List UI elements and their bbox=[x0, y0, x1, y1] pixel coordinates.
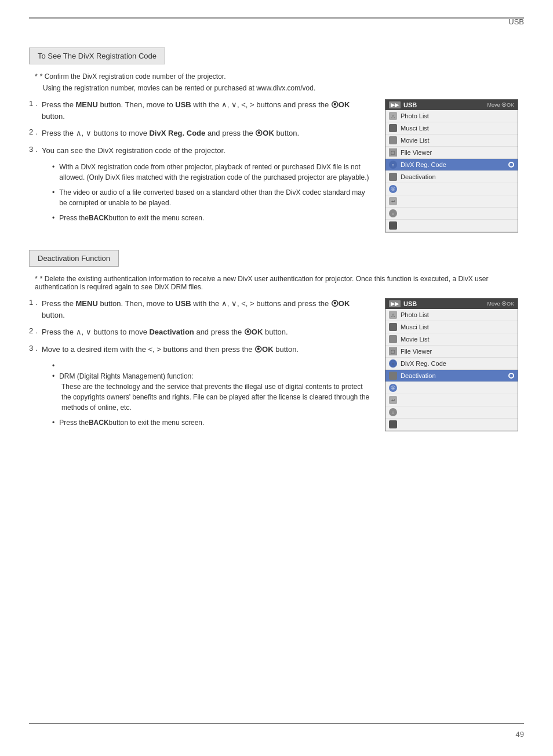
selected-dot-reg bbox=[508, 162, 514, 168]
section1-bullets: With a DivX registration code from other… bbox=[52, 162, 373, 223]
menu-item-photo-reg: △ Photo List bbox=[385, 110, 518, 122]
step2-reg: 2 . Press the ∧, ∨ buttons to move DivX … bbox=[29, 128, 373, 139]
section1-steps: 1 . Press the MENU button. Then, move to… bbox=[29, 99, 373, 232]
usb-menu-reg-controls: Move ⦿OK bbox=[487, 102, 514, 108]
section-divx-reg: To See The DivX Registration Code ** Con… bbox=[29, 48, 524, 232]
extra1-icon-reg: ① bbox=[389, 185, 397, 193]
step3-reg-text: You can see the DivX registration code o… bbox=[42, 145, 373, 157]
music-icon-reg bbox=[389, 124, 397, 132]
movie-icon-deact bbox=[389, 335, 397, 343]
note-cont-reg: Using the registration number, movies ca… bbox=[29, 84, 524, 92]
photo-icon-deact: △ bbox=[389, 311, 397, 319]
menu-item-extra2-reg: ↩ bbox=[385, 195, 518, 208]
extra2-icon-deact: ↩ bbox=[389, 396, 397, 404]
menu-item-movie-deact: Movie List bbox=[385, 333, 518, 346]
extra2-icon-reg: ↩ bbox=[389, 197, 397, 205]
step3-reg: 3 . You can see the DivX registration co… bbox=[29, 145, 373, 157]
deact-icon-deact bbox=[389, 372, 397, 380]
step1-deact-text: Press the MENU button. Then, move to USB… bbox=[42, 298, 373, 321]
menu-item-movie-reg: Movie List bbox=[385, 135, 518, 147]
menu-item-extra1-deact: ① bbox=[385, 382, 518, 394]
menu-item-music-deact: Musci List bbox=[385, 321, 518, 333]
section-heading-divx-reg: To See The DivX Registration Code bbox=[29, 48, 165, 64]
usb-menu-deact-header: ▶▶ USB Move ⦿OK bbox=[385, 299, 518, 309]
extra3-icon-reg: ○ bbox=[389, 209, 397, 217]
menu-item-file-deact: ▢ File Viewer bbox=[385, 346, 518, 358]
usb-menu-deact-controls: Move ⦿OK bbox=[487, 301, 514, 307]
menu-item-file-reg: ▢ File Viewer bbox=[385, 147, 518, 159]
menu-item-extra4-deact: ▬ bbox=[385, 419, 518, 431]
section2-content-row: 1 . Press the MENU button. Then, move to… bbox=[29, 298, 524, 432]
menu-item-deact-deact: Deactivation bbox=[385, 370, 518, 382]
note-star-reg: ** Confirm the DivX registration code nu… bbox=[29, 72, 524, 81]
extra4-icon-deact: ▬ bbox=[389, 420, 397, 428]
movie-icon-reg bbox=[389, 136, 397, 144]
extra4-icon-reg: ▬ bbox=[389, 221, 397, 230]
divx-icon-deact: ○ bbox=[389, 359, 397, 368]
selected-dot-deact bbox=[508, 373, 514, 379]
section-heading-deactivation: Deactivation Function bbox=[29, 250, 119, 267]
step1-reg-num: 1 . bbox=[29, 99, 42, 108]
usb-icon-reg: ▶▶ bbox=[389, 101, 401, 108]
page-section-label: USB bbox=[508, 17, 524, 26]
step1-deact: 1 . Press the MENU button. Then, move to… bbox=[29, 298, 373, 321]
step2-reg-text: Press the ∧, ∨ buttons to move DivX Reg.… bbox=[42, 128, 373, 139]
step2-deact: 2 . Press the ∧, ∨ buttons to move Deact… bbox=[29, 326, 373, 338]
step2-deact-num: 2 . bbox=[29, 326, 42, 335]
section2-bullets: • DRM (Digital Rights Management) functi… bbox=[52, 361, 373, 428]
step3-deact-num: 3 . bbox=[29, 344, 42, 352]
divx-icon-reg: ○ bbox=[389, 161, 397, 169]
page-container: USB To See The DivX Registration Code **… bbox=[0, 0, 553, 756]
extra3-icon-deact: ○ bbox=[389, 408, 397, 416]
step3-deact: 3 . Move to a desired item with the <, >… bbox=[29, 344, 373, 355]
menu-item-divxcode-reg: ○ DivX Reg. Code bbox=[385, 159, 518, 171]
section-deactivation: Deactivation Function ** Delete the exis… bbox=[29, 250, 524, 432]
usb-menu-reg-title: ▶▶ USB bbox=[389, 101, 417, 108]
file-icon-deact: ▢ bbox=[389, 347, 397, 355]
bullet2-deact: Press the BACK button to exit the menu s… bbox=[52, 417, 373, 428]
usb-menu-reg: ▶▶ USB Move ⦿OK △ Photo List Musci List bbox=[385, 99, 518, 232]
menu-item-photo-deact: △ Photo List bbox=[385, 309, 518, 321]
menu-item-divxcode-deact: ○ DivX Reg. Code bbox=[385, 358, 518, 370]
bullet1-reg: With a DivX registration code from other… bbox=[52, 162, 373, 183]
music-icon-deact bbox=[389, 323, 397, 331]
menu-item-deact-reg: Deactivation bbox=[385, 171, 518, 183]
page-number: 49 bbox=[516, 730, 524, 739]
menu-item-extra4-reg: ▬ bbox=[385, 220, 518, 232]
step1-deact-num: 1 . bbox=[29, 298, 42, 307]
step1-reg-text: Press the MENU button. Then, move to USB… bbox=[42, 99, 373, 122]
section1-menu-image: ▶▶ USB Move ⦿OK △ Photo List Musci List bbox=[385, 99, 524, 232]
usb-menu-deact-title: ▶▶ USB bbox=[389, 300, 417, 307]
usb-icon-deact: ▶▶ bbox=[389, 300, 401, 307]
menu-item-extra2-deact: ↩ bbox=[385, 394, 518, 406]
step3-deact-text: Move to a desired item with the <, > but… bbox=[42, 344, 373, 355]
file-icon-reg: ▢ bbox=[389, 148, 397, 157]
bullet2-reg: The video or audio of a file converted b… bbox=[52, 187, 373, 208]
note-star-deact: ** Delete the existing authentication in… bbox=[29, 275, 524, 291]
top-rule bbox=[29, 17, 524, 19]
bottom-rule bbox=[29, 723, 524, 724]
bullet1-deact: • DRM (Digital Rights Management) functi… bbox=[52, 361, 373, 413]
section2-menu-image: ▶▶ USB Move ⦿OK △ Photo List Musci List bbox=[385, 298, 524, 432]
menu-item-music-reg: Musci List bbox=[385, 122, 518, 135]
bullet3-reg: Press the BACK button to exit the menu s… bbox=[52, 213, 373, 223]
step3-reg-num: 3 . bbox=[29, 145, 42, 154]
extra1-icon-deact: ① bbox=[389, 384, 397, 392]
usb-menu-deact: ▶▶ USB Move ⦿OK △ Photo List Musci List bbox=[385, 298, 518, 431]
step2-reg-num: 2 . bbox=[29, 128, 42, 136]
section2-steps: 1 . Press the MENU button. Then, move to… bbox=[29, 298, 373, 432]
step2-deact-text: Press the ∧, ∨ buttons to move Deactivat… bbox=[42, 326, 373, 338]
section1-content-row: 1 . Press the MENU button. Then, move to… bbox=[29, 99, 524, 232]
menu-item-extra3-reg: ○ bbox=[385, 208, 518, 220]
deact-icon-reg bbox=[389, 173, 397, 181]
usb-menu-reg-header: ▶▶ USB Move ⦿OK bbox=[385, 100, 518, 110]
menu-item-extra3-deact: ○ bbox=[385, 406, 518, 419]
step1-reg: 1 . Press the MENU button. Then, move to… bbox=[29, 99, 373, 122]
menu-item-extra1-reg: ① bbox=[385, 183, 518, 195]
photo-icon-reg: △ bbox=[389, 112, 397, 120]
